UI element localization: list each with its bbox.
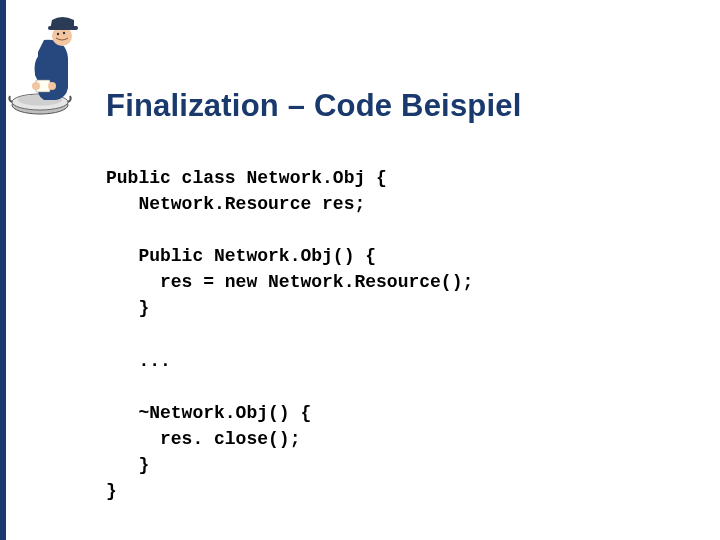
svg-point-7 <box>57 33 59 35</box>
code-example: Public class Network.Obj { Network.Resou… <box>106 165 660 504</box>
svg-point-4 <box>32 82 40 90</box>
slide-title: Finalization – Code Beispiel <box>106 88 680 124</box>
svg-point-8 <box>63 32 65 34</box>
svg-rect-9 <box>48 26 78 30</box>
slide-logo <box>6 0 98 130</box>
svg-point-5 <box>48 82 56 90</box>
